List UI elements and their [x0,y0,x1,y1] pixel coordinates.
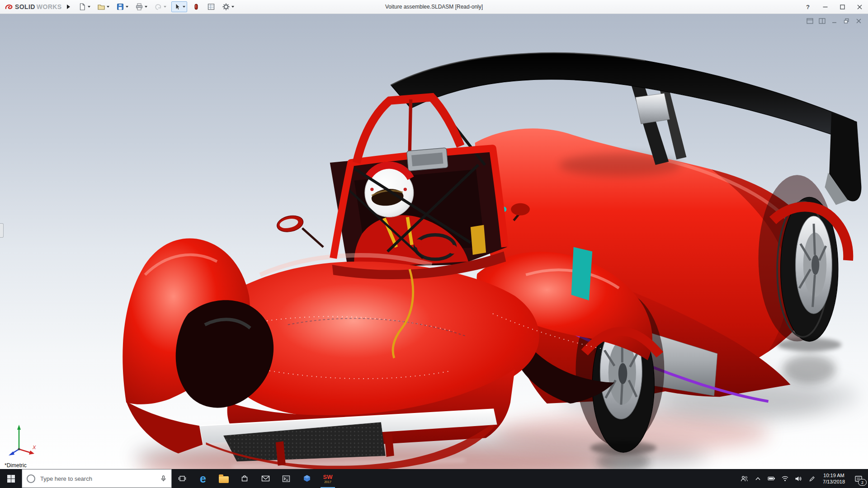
appearance-bead-icon [192,3,200,11]
menu-expand-arrow[interactable] [67,5,70,9]
3d-scene [0,14,868,469]
print-button[interactable] [133,1,149,12]
taskbar-clock[interactable]: 10:19 AM 7/13/2018 [819,469,849,488]
teal-panel [571,247,593,300]
cad-utility-button[interactable] [297,469,317,488]
new-document-button[interactable] [76,1,92,12]
pane-button[interactable] [818,17,826,24]
console-app-button[interactable] [276,469,297,488]
store-button[interactable] [234,469,255,488]
mail-button[interactable] [255,469,276,488]
dropdown-caret [183,6,185,8]
store-bag-icon [241,474,249,483]
maximize-icon [840,5,845,9]
main-toolbar [76,1,236,12]
doc-restore-button[interactable] [842,17,850,24]
save-button[interactable] [114,1,130,12]
system-tray: 10:19 AM 7/13/2018 2 [737,469,868,488]
dassault-ds-icon [5,3,14,10]
print-icon [135,3,143,11]
appearance-button[interactable] [190,1,202,12]
help-button[interactable]: ? [799,0,816,14]
file-explorer-button[interactable] [213,469,234,488]
clock-time: 10:19 AM [823,472,845,479]
dropdown-caret [107,6,109,8]
dropdown-caret [126,6,128,8]
network-button[interactable] [778,469,792,488]
volume-button[interactable] [792,469,805,488]
speaker-icon [795,475,802,482]
notification-badge: 2 [858,479,867,486]
task-view-icon [178,474,186,483]
pen-settings-button[interactable] [805,469,819,488]
maximize-button[interactable] [834,0,851,14]
dropdown-caret [145,6,147,8]
task-view-button[interactable] [172,469,193,488]
window-controls: ? [799,0,868,14]
people-icon [741,475,748,482]
show-hidden-icons-button[interactable] [751,469,764,488]
mail-icon [261,475,270,482]
wifi-icon [781,475,789,482]
dropdown-caret [164,6,166,8]
start-button[interactable] [0,469,22,488]
design-table-button[interactable] [205,1,217,12]
file-explorer-icon [219,476,229,483]
minimize-icon [823,5,828,9]
view-orientation-label: *Dimetric [5,462,27,469]
blue-cube-icon [303,474,311,483]
edge-icon: e [200,473,206,484]
dropdown-caret [231,6,234,8]
save-floppy-icon [116,3,124,11]
solidworks-app-button[interactable]: SW 2017 [317,469,338,488]
doc-close-button[interactable] [854,17,863,24]
graphics-area[interactable]: X *Dimetric [0,14,868,469]
select-cursor-icon [173,3,181,11]
titlebar: SOLIDWORKS [0,0,868,14]
doc-minimize-button[interactable] [830,17,838,24]
dropdown-caret [88,6,90,8]
minimize-button[interactable] [816,0,834,14]
rear-view-mirror-box [406,148,448,171]
options-button[interactable] [220,1,236,12]
edge-browser-button[interactable]: e [193,469,213,488]
windows-logo-icon [7,475,15,483]
seat-pad-yellow [471,225,486,255]
battery-button[interactable] [764,469,778,488]
window-title: Voiture assemblee.SLDASM [Read-only] [385,4,483,10]
close-button[interactable] [851,0,868,14]
new-document-icon [78,3,86,11]
undo-button[interactable] [152,1,168,12]
solidworks-logo: SOLIDWORKS [0,3,61,10]
clock-date: 7/13/2018 [823,479,845,485]
battery-icon [768,475,775,482]
chevron-up-icon [755,476,761,481]
undo-arrow-icon [154,3,162,11]
document-window-controls [806,17,863,24]
people-button[interactable] [737,469,751,488]
brand-solid-label: SOLID [15,3,35,10]
options-gear-icon [222,3,230,11]
feature-panel-tab[interactable] [0,223,4,238]
windows-taskbar: e [0,469,868,488]
console-icon [282,475,290,483]
solidworks-app-icon: SW 2017 [323,474,333,483]
search-input[interactable] [39,475,156,483]
close-icon [857,5,862,9]
design-table-icon [207,3,215,11]
pane-split-button[interactable] [806,17,814,24]
microphone-icon[interactable] [160,475,167,482]
select-tool-button[interactable] [171,1,187,12]
pen-icon [809,475,816,482]
right-side-mirror [511,203,530,216]
taskbar-search[interactable] [22,469,172,488]
open-folder-icon [97,3,105,11]
brand-works-label: WORKS [37,3,62,10]
action-center-button[interactable]: 2 [849,469,868,488]
open-button[interactable] [95,1,111,12]
cortana-icon [27,474,35,483]
solidworks-window: SOLIDWORKS [0,0,868,488]
